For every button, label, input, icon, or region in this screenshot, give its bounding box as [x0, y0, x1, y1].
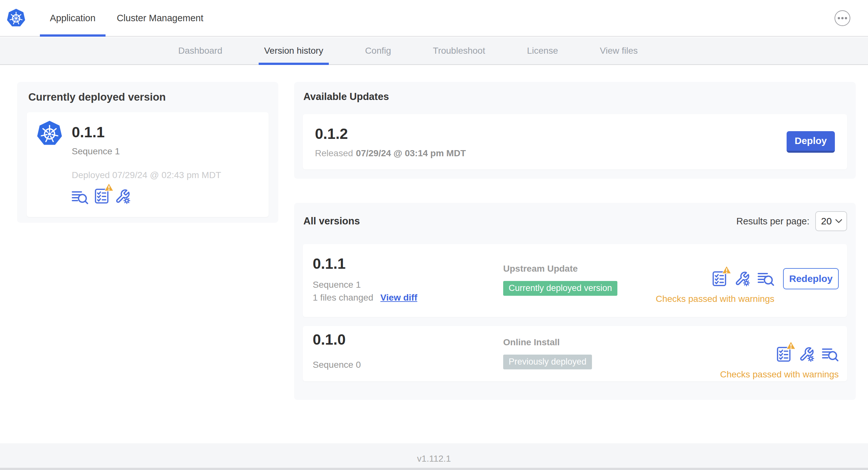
subnav-tab-config[interactable]: Config: [360, 37, 397, 64]
row-source-label: Upstream Update: [503, 264, 578, 273]
app-subnav: Dashboard Version history Config Trouble…: [0, 37, 868, 65]
kubernetes-logo-icon: [6, 8, 26, 28]
active-subnav-underline: [259, 63, 329, 65]
view-files-icon[interactable]: [822, 347, 839, 361]
edit-config-icon[interactable]: [735, 271, 750, 287]
warning-triangle-icon: [786, 341, 796, 350]
row-version-number: 0.1.0: [313, 332, 345, 347]
deploy-button[interactable]: Deploy: [786, 131, 835, 153]
deployed-timestamp: Deployed 07/29/24 @ 02:43 pm MDT: [72, 170, 221, 180]
top-bar: Application Cluster Management: [0, 0, 868, 37]
currently-deployed-badge: Currently deployed version: [503, 281, 617, 296]
tab-application-label: Application: [50, 13, 96, 24]
files-changed-label: 1 files changed: [313, 292, 373, 303]
row-sequence: Sequence 0: [313, 360, 361, 369]
preflight-checks-icon[interactable]: [712, 271, 727, 287]
preflight-status-text: Checks passed with warnings: [656, 295, 774, 303]
active-tab-underline: [40, 34, 105, 37]
update-released-date: 07/29/24 @ 03:14 pm MDT: [356, 148, 466, 158]
view-files-icon[interactable]: [758, 272, 774, 286]
tab-application[interactable]: Application: [40, 0, 105, 36]
edit-config-icon[interactable]: [799, 346, 814, 362]
update-row: 0.1.2 Released07/29/24 @ 03:14 pm MDT De…: [303, 114, 847, 169]
available-updates-card: Available Updates 0.1.2 Released07/29/24…: [294, 82, 856, 179]
subnav-tab-version-history[interactable]: Version history: [259, 37, 329, 64]
row-version-number: 0.1.1: [313, 256, 345, 271]
chevron-down-icon: [835, 219, 842, 224]
update-released-line: Released07/29/24 @ 03:14 pm MDT: [315, 148, 466, 159]
warning-triangle-icon: [722, 265, 732, 274]
deployed-version-number: 0.1.1: [72, 124, 221, 140]
footer: v1.112.1: [0, 443, 868, 470]
warning-triangle-icon: [104, 182, 114, 192]
all-versions-card: All versions Results per page: 20 0.1.1 …: [294, 203, 856, 400]
edit-config-icon[interactable]: [115, 189, 130, 204]
admin-console-version: v1.112.1: [417, 454, 451, 464]
update-version-number: 0.1.2: [315, 125, 466, 142]
row-source-label: Online Install: [503, 338, 560, 347]
app-page: Application Cluster Management Dashboard…: [0, 0, 868, 470]
preflight-checks-icon[interactable]: [776, 346, 791, 362]
subnav-tab-license[interactable]: License: [522, 37, 564, 64]
tab-cluster-management-label: Cluster Management: [117, 13, 203, 24]
version-row-0-1-0: 0.1.0 Sequence 0 Online Install Previous…: [303, 326, 847, 381]
app-switcher-tabs: Application Cluster Management: [40, 0, 213, 36]
deployed-version-panel: 0.1.1 Sequence 1 Deployed 07/29/24 @ 02:…: [27, 112, 269, 217]
ellipsis-icon: [838, 17, 840, 19]
kubernetes-app-icon: [36, 120, 63, 146]
currently-deployed-card: Currently deployed version: [17, 82, 278, 223]
available-updates-title: Available Updates: [303, 91, 847, 103]
more-options-button[interactable]: [835, 10, 850, 26]
results-per-page-label: Results per page:: [736, 216, 809, 227]
results-per-page-value: 20: [821, 216, 832, 227]
tab-cluster-management[interactable]: Cluster Management: [107, 0, 213, 36]
row-sequence: Sequence 1: [313, 280, 361, 289]
bottom-edge: [0, 468, 868, 470]
version-row-0-1-1: 0.1.1 Sequence 1 1 files changed View di…: [303, 244, 847, 317]
subnav-tab-view-files[interactable]: View files: [594, 37, 643, 64]
view-diff-link[interactable]: View diff: [380, 292, 417, 303]
currently-deployed-title: Currently deployed version: [28, 91, 269, 103]
results-per-page-select[interactable]: 20: [815, 211, 847, 231]
subnav-tab-troubleshoot[interactable]: Troubleshoot: [428, 37, 491, 64]
view-files-icon[interactable]: [72, 190, 89, 204]
preflight-status-text: Checks passed with warnings: [720, 370, 839, 379]
all-versions-title: All versions: [303, 215, 360, 227]
version-list: 0.1.1 Sequence 1 1 files changed View di…: [303, 244, 847, 381]
deployed-sequence: Sequence 1: [72, 146, 221, 157]
redeploy-button[interactable]: Redeploy: [783, 268, 839, 289]
preflight-checks-icon[interactable]: [94, 188, 109, 204]
previously-deployed-badge: Previously deployed: [503, 355, 592, 369]
subnav-tab-dashboard[interactable]: Dashboard: [173, 37, 228, 64]
